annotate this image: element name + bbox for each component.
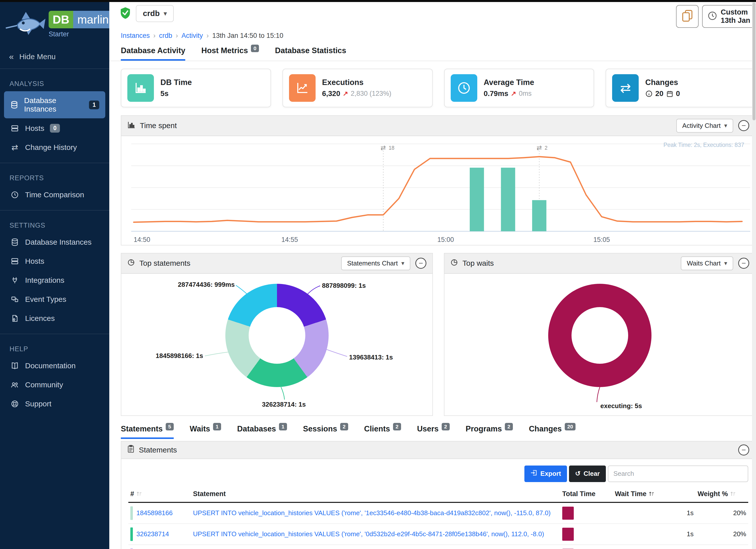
statement-id-link[interactable]: 326238714 [136, 530, 169, 538]
wait-time-value: 1s [613, 502, 696, 524]
detail-tab-programs[interactable]: Programs2 [466, 424, 513, 439]
detail-tab-clients[interactable]: Clients2 [364, 424, 401, 439]
chevron-down-icon: ▾ [164, 10, 167, 17]
sidebar-item-community[interactable]: Community [4, 376, 105, 394]
svg-text:⇄: ⇄ [537, 144, 542, 152]
collapse-panel-button[interactable]: − [738, 120, 749, 131]
tab-label: Database Activity [121, 46, 185, 55]
scrollbar-thumb[interactable] [752, 3, 755, 120]
support-icon [10, 400, 20, 408]
sidebar-item-database-instances[interactable]: Database Instances [4, 233, 105, 251]
sidebar-item-licences[interactable]: Licences [4, 309, 105, 328]
column-header-total-time[interactable]: Total Time [560, 486, 613, 502]
metric-card-executions[interactable]: Executions6,320↗2,830 (123%) [282, 69, 433, 107]
sort-icon[interactable] [136, 491, 142, 497]
breadcrumb: Instances›crdb›Activity›13th Jan 14:50 t… [109, 28, 756, 40]
sidebar-item-time-comparison[interactable]: Time Comparison [4, 186, 105, 204]
metric-card-average-time[interactable]: Average Time0.79ms↗0ms [444, 69, 594, 107]
sidebar-item-support[interactable]: Support [4, 395, 105, 413]
statement-text-link[interactable]: UPSERT INTO vehicle_location_histories V… [193, 530, 544, 538]
sidebar-item-event-types[interactable]: Event Types [4, 290, 105, 309]
export-icon [530, 469, 537, 478]
breadcrumb-link-instances[interactable]: Instances [121, 32, 150, 40]
svg-text:18: 18 [389, 145, 395, 151]
tab-database-activity[interactable]: Database Activity [121, 46, 185, 61]
detail-tab-sessions[interactable]: Sessions2 [303, 424, 348, 439]
clear-button[interactable]: ↺ Clear [569, 466, 606, 482]
statement-text-link[interactable]: UPSERT INTO vehicle_location_histories V… [193, 509, 551, 517]
time-spent-title: Time spent [140, 121, 177, 130]
tab-database-statistics[interactable]: Database Statistics [275, 46, 346, 61]
scrollbar[interactable] [752, 2, 756, 549]
sidebar-item-label: Support [25, 400, 51, 408]
brand-db: DB [49, 11, 73, 28]
svg-text:14:50: 14:50 [134, 235, 150, 243]
collapse-panel-button[interactable]: − [415, 258, 426, 269]
breadcrumb-link-activity[interactable]: Activity [181, 32, 203, 40]
detail-tab-databases[interactable]: Databases1 [237, 424, 287, 439]
tab-label: Statements [121, 424, 163, 433]
sidebar-item-label: Time Comparison [25, 191, 84, 199]
statement-id-link[interactable]: 1845898166 [136, 509, 173, 517]
metric-delta: 2,830 (123%) [351, 90, 391, 98]
sort-icon[interactable] [730, 491, 736, 497]
waits-chart-dropdown[interactable]: Waits Chart ▾ [681, 256, 733, 270]
export-button[interactable]: Export [524, 466, 567, 482]
column-header--[interactable]: # [128, 486, 191, 502]
metric-card-changes[interactable]: ⇄Changes200 [606, 69, 756, 107]
activity-chart-canvas: ⇄18⇄214:5014:5515:0015:05 [124, 139, 753, 245]
breadcrumb-link-crdb[interactable]: crdb [159, 32, 172, 40]
time-range-button[interactable]: Custom 13th Jan [702, 5, 756, 28]
export-label: Export [540, 470, 561, 478]
sidebar-item-integrations[interactable]: Integrations [4, 271, 105, 290]
search-input[interactable] [608, 466, 748, 482]
instance-selector[interactable]: crdb ▾ [136, 5, 174, 22]
column-header-weight-[interactable]: Weight % [696, 486, 748, 502]
sidebar-item-hosts[interactable]: Hosts0 [4, 119, 105, 138]
top-statements-panel: Top statements Statements Chart ▾ − 8878… [121, 253, 433, 416]
count-badge: 2 [393, 423, 401, 430]
metric-card-db-time[interactable]: DB Time5s [121, 69, 271, 107]
app-root: DB marlin Starter « Hide Menu ANALYSISDa… [0, 0, 756, 549]
column-header-wait-time[interactable]: Wait Time [613, 486, 696, 502]
sidebar-item-database-instances[interactable]: Database Instances1 [4, 91, 105, 118]
brand-marlin: marlin [73, 11, 113, 28]
activity-chart-dropdown[interactable]: Activity Chart ▾ [676, 119, 733, 133]
detail-tab-changes[interactable]: Changes20 [529, 424, 576, 439]
copy-dashboard-button[interactable] [676, 5, 699, 28]
column-header-statement[interactable]: Statement [191, 486, 560, 502]
sidebar-nav: ANALYSISDatabase Instances1Hosts0⇄Change… [0, 69, 109, 419]
detail-tab-users[interactable]: Users2 [417, 424, 450, 439]
sidebar-item-hosts[interactable]: Hosts [4, 252, 105, 270]
tab-label: Changes [529, 424, 562, 433]
detail-tab-waits[interactable]: Waits1 [190, 424, 221, 439]
collapse-panel-button[interactable]: − [738, 444, 749, 455]
marlin-fish-icon [5, 9, 47, 40]
column-label: Total Time [562, 490, 596, 498]
weight-value: 20% [696, 545, 748, 549]
count-badge: 2 [505, 423, 513, 430]
sidebar: DB marlin Starter « Hide Menu ANALYSISDa… [0, 0, 109, 549]
event-icon [10, 295, 20, 303]
sort-icon[interactable] [648, 491, 654, 497]
tab-host-metrics[interactable]: Host Metrics0 [201, 46, 259, 61]
book-icon [10, 362, 20, 370]
database-icon [10, 238, 20, 246]
count-badge: 2 [340, 423, 348, 430]
column-label: Statement [193, 490, 226, 498]
sidebar-item-label: Licences [25, 314, 55, 323]
detail-tabs: Statements5Waits1Databases1Sessions2Clie… [109, 416, 756, 439]
window-top-strip [0, 0, 756, 2]
tab-label: Waits [190, 424, 210, 433]
detail-tab-statements[interactable]: Statements5 [121, 424, 174, 439]
count-badge: 5 [166, 423, 174, 430]
sidebar-item-documentation[interactable]: Documentation [4, 356, 105, 375]
donut-label-139638413: 139638413: 1s [349, 353, 393, 361]
sidebar-item-change-history[interactable]: ⇄Change History [4, 138, 105, 157]
collapse-panel-button[interactable]: − [738, 258, 749, 269]
sidebar-section-title: SETTINGS [10, 222, 109, 229]
hide-menu-button[interactable]: « Hide Menu [0, 45, 109, 69]
statement-color-bar [130, 527, 133, 541]
statements-chart-dropdown[interactable]: Statements Chart ▾ [341, 256, 410, 270]
arrows-icon: ⇄ [612, 74, 639, 102]
